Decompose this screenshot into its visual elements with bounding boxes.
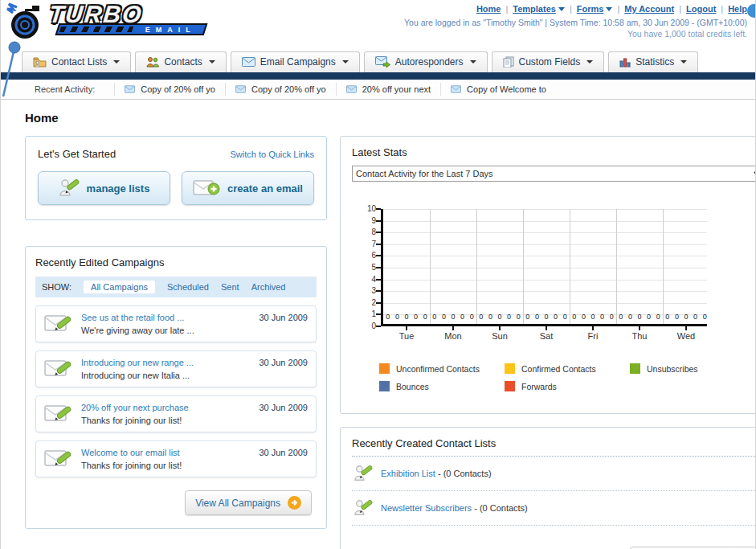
campaign-filter-bar: SHOW: All Campaigns Scheduled Sent Archi… — [35, 277, 317, 297]
header-link-home[interactable]: Home — [476, 4, 501, 14]
envelope-pencil-icon — [44, 358, 73, 379]
campaign-card: 20% off your next purchaseThanks for joi… — [35, 395, 317, 432]
x-tick-label: Tue — [383, 331, 430, 341]
value-labels: 00000 — [570, 313, 616, 321]
tab-email-campaigns[interactable]: Email Campaigns — [231, 51, 360, 72]
recent-activity-label: Recent Activity: — [35, 84, 95, 94]
switch-quick-links-link[interactable]: Switch to Quick Links — [230, 150, 314, 159]
person-pencil-icon — [59, 178, 80, 199]
view-all-campaigns-button[interactable]: View All Campaigns — [185, 490, 312, 515]
recent-activity-item[interactable]: Copy of 20% off yo — [225, 83, 336, 96]
person-pencil-icon — [353, 463, 373, 484]
chevron-down-icon — [342, 60, 349, 64]
recent-activity-item[interactable]: 20% off your next — [336, 83, 440, 96]
campaign-subject: Introducing our new Italia ... — [81, 371, 251, 380]
logo-subtitle: EMAIL — [145, 26, 196, 34]
tab-contact-lists[interactable]: Contact Lists — [22, 51, 131, 72]
envelope-pencil-icon — [44, 448, 73, 469]
campaign-card: Introducing our new range ...Introducing… — [35, 350, 317, 387]
header-link-templates[interactable]: Templates — [513, 4, 565, 14]
arrow-right-icon — [288, 496, 301, 510]
value-labels: 00000 — [476, 313, 523, 321]
people-icon — [146, 56, 159, 68]
y-tick-label: 5 — [362, 263, 376, 272]
pages-icon — [503, 56, 514, 68]
legend-label: Bounces — [396, 382, 429, 391]
chart-legend: Unconfirmed ContactsConfirmed ContactsUn… — [379, 363, 756, 399]
recent-activity-item[interactable]: Copy of 20% off yo — [114, 83, 225, 96]
value-labels: 00000 — [383, 313, 430, 321]
envelope-icon — [346, 85, 357, 93]
folder-contacts-icon — [33, 56, 47, 68]
legend-item: Unsubscribes — [630, 363, 755, 374]
left-column: Let's Get Started Switch to Quick Links … — [25, 136, 327, 529]
recent-activity-item[interactable]: Copy of Welcome to — [440, 83, 556, 96]
campaign-title-link[interactable]: Welcome to our email list — [81, 448, 251, 457]
latest-stats-panel: Latest Stats Contact Activity for the La… — [340, 136, 756, 414]
campaign-date: 30 Jun 2009 — [259, 448, 308, 457]
envelope-icon — [125, 85, 135, 93]
recently-created-lists-panel: Recently Created Contact Lists Exhibitio… — [340, 427, 756, 549]
value-labels: 00000 — [523, 313, 570, 321]
tab-autoresponders[interactable]: Autoresponders — [364, 51, 488, 72]
header-nav: Home| Templates| Forms| My Account| Logo… — [476, 4, 747, 14]
campaign-title-link[interactable]: See us at the retail food ... — [81, 313, 251, 322]
recent-activity-bar: Recent Activity: Copy of 20% off yo Copy… — [1, 80, 755, 100]
filter-archived[interactable]: Archived — [251, 282, 286, 292]
show-label: SHOW: — [42, 282, 72, 292]
login-status-text: You are logged in as "Timothy Smith" | S… — [404, 18, 747, 27]
header-link-forms[interactable]: Forms — [577, 4, 613, 14]
legend-swatch — [505, 363, 515, 374]
tab-custom-fields[interactable]: Custom Fields — [492, 51, 605, 72]
y-tick-label: 1 — [362, 309, 376, 318]
contact-list-link[interactable]: Newsletter Subscribers — [381, 503, 472, 513]
app-window: TURBO EMAIL Home| Templates| Forms| My A… — [0, 0, 756, 549]
header-link-help[interactable]: Help — [728, 4, 747, 14]
corner-dot-decoration — [747, 4, 756, 18]
y-tick-label: 8 — [362, 227, 376, 236]
y-tick-label: 7 — [362, 240, 376, 248]
manage-lists-button[interactable]: manage lists — [38, 171, 170, 205]
filter-sent[interactable]: Sent — [221, 282, 239, 292]
campaign-card: See us at the retail food ...We're givin… — [35, 305, 317, 342]
value-labels: 00000 — [616, 313, 663, 321]
contact-list-link[interactable]: Exhibition List — [381, 469, 435, 478]
campaign-title-link[interactable]: Introducing our new range ... — [81, 358, 251, 367]
campaign-date: 30 Jun 2009 — [259, 403, 308, 412]
tab-statistics[interactable]: Statistics — [608, 51, 698, 72]
legend-swatch — [630, 363, 640, 374]
y-tick-label: 9 — [362, 216, 376, 225]
page-title: Home — [25, 111, 731, 125]
legend-item: Unconfirmed Contacts — [379, 363, 505, 374]
envelope-icon — [235, 85, 246, 93]
create-email-button[interactable]: create an email — [182, 171, 314, 205]
filter-all-campaigns[interactable]: All Campaigns — [84, 281, 155, 293]
legend-label: Unsubscribes — [647, 364, 698, 374]
campaign-title-link[interactable]: 20% off your next purchase — [81, 403, 251, 412]
envelope-plus-icon — [193, 178, 220, 199]
navy-divider-bar — [1, 72, 755, 80]
chevron-down-icon — [606, 7, 612, 11]
envelope-pencil-icon — [44, 313, 73, 334]
contact-list-row: Newsletter Subscribers - (0 Contacts) — [352, 491, 756, 526]
value-labels: 00000 — [430, 313, 476, 321]
stats-period-select[interactable]: Contact Activity for the Last 7 Days — [352, 166, 756, 182]
legend-label: Forwards — [521, 382, 557, 391]
turbo-engine-icon — [6, 2, 49, 43]
filter-scheduled[interactable]: Scheduled — [167, 282, 209, 292]
bar-chart-icon — [619, 57, 631, 68]
x-tick-label: Mon — [430, 331, 476, 341]
y-tick-label: 3 — [362, 286, 376, 295]
chevron-down-icon — [586, 60, 593, 64]
header-link-my-account[interactable]: My Account — [624, 4, 674, 14]
logo-stripes — [59, 27, 133, 32]
x-tick-label: Thu — [616, 331, 663, 341]
header-link-logout[interactable]: Logout — [686, 4, 716, 14]
get-started-panel: Let's Get Started Switch to Quick Links … — [25, 136, 327, 220]
latest-stats-title: Latest Stats — [352, 146, 756, 158]
contact-count: - (0 Contacts) — [474, 503, 528, 513]
main-nav-tabs: Contact Lists Contacts Email Campaigns — [1, 48, 755, 72]
legend-item: Bounces — [379, 381, 505, 391]
chart-x-axis: TueMonSunSatFriThuWed — [383, 326, 709, 344]
tab-contacts[interactable]: Contacts — [135, 51, 226, 72]
